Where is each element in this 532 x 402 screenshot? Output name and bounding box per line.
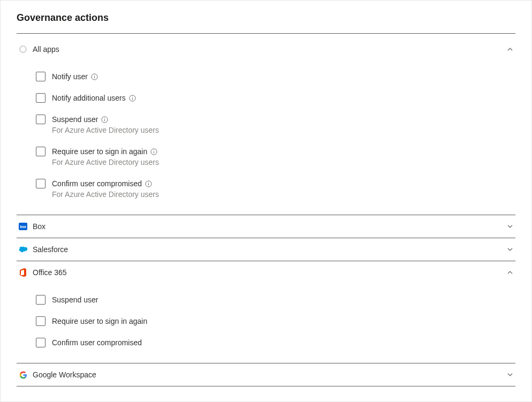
- action-item: Suspend user For Azure Active Directory …: [36, 114, 515, 135]
- section-header-office365[interactable]: Office 365: [17, 261, 515, 284]
- action-label: Suspend user: [52, 294, 98, 305]
- action-label: Require user to sign in again: [52, 146, 147, 157]
- action-label: Confirm user compromised: [52, 178, 142, 189]
- action-label: Require user to sign in again: [52, 316, 147, 327]
- svg-point-9: [148, 182, 149, 183]
- office365-icon: [19, 268, 27, 277]
- governance-actions-panel: Governance actions All apps Notify user: [0, 0, 532, 402]
- chevron-down-icon: [507, 246, 513, 253]
- action-hint: For Azure Active Directory users: [52, 189, 159, 200]
- chevron-down-icon: [507, 223, 513, 230]
- checkbox-require-signin-again[interactable]: [36, 147, 45, 156]
- action-label: Confirm user compromised: [52, 337, 142, 348]
- info-icon[interactable]: [101, 116, 108, 123]
- chevron-up-icon: [507, 269, 513, 276]
- action-item: Require user to sign in again: [36, 316, 515, 327]
- box-icon: [19, 222, 27, 231]
- section-header-google[interactable]: Google Workspace: [17, 363, 515, 386]
- section-label: Google Workspace: [33, 370, 501, 379]
- checkbox-require-signin-again-o365[interactable]: [36, 316, 45, 326]
- action-item: Notify additional users: [36, 93, 515, 103]
- section-office365: Office 365 Suspend user Require user to …: [17, 261, 515, 363]
- svg-point-7: [154, 150, 154, 150]
- action-item: Suspend user: [36, 294, 515, 305]
- section-header-salesforce[interactable]: Salesforce: [17, 238, 515, 261]
- checkbox-confirm-compromised[interactable]: [36, 179, 45, 188]
- section-label: Office 365: [33, 268, 501, 277]
- action-item: Confirm user compromised For Azure Activ…: [36, 178, 515, 200]
- svg-point-3: [132, 96, 133, 97]
- checkbox-notify-additional-users[interactable]: [36, 93, 45, 103]
- action-item: Confirm user compromised: [36, 337, 515, 348]
- section-header-all-apps[interactable]: All apps: [17, 38, 515, 60]
- checkbox-confirm-compromised-o365[interactable]: [36, 338, 45, 347]
- action-item: Require user to sign in again For Azure …: [36, 146, 515, 168]
- chevron-up-icon: [507, 46, 513, 52]
- info-icon[interactable]: [145, 180, 152, 187]
- checkbox-suspend-user[interactable]: [36, 115, 45, 124]
- section-label: Salesforce: [33, 245, 501, 254]
- action-label: Notify additional users: [52, 93, 126, 103]
- divider: [17, 33, 515, 34]
- action-item: Notify user: [36, 71, 515, 82]
- action-label: Suspend user: [52, 114, 98, 125]
- google-workspace-icon: [19, 370, 27, 379]
- action-hint: For Azure Active Directory users: [52, 157, 159, 168]
- section-all-apps: All apps Notify user: [17, 38, 515, 215]
- section-body-office365: Suspend user Require user to sign in aga…: [17, 284, 515, 363]
- section-header-box[interactable]: Box: [17, 215, 515, 238]
- info-icon[interactable]: [129, 95, 136, 102]
- section-label: Box: [33, 222, 501, 231]
- section-salesforce: Salesforce: [17, 238, 515, 261]
- action-hint: For Azure Active Directory users: [52, 125, 159, 135]
- checkbox-suspend-user-o365[interactable]: [36, 295, 45, 305]
- info-icon[interactable]: [150, 148, 157, 155]
- checkbox-notify-user[interactable]: [36, 72, 45, 81]
- salesforce-icon: [19, 245, 27, 254]
- all-apps-icon: [19, 45, 27, 54]
- info-icon[interactable]: [91, 73, 98, 80]
- section-body-all-apps: Notify user Notify additional users: [17, 60, 515, 215]
- section-box: Box: [17, 215, 515, 238]
- panel-title: Governance actions: [17, 12, 515, 24]
- section-label: All apps: [33, 45, 501, 54]
- chevron-down-icon: [507, 371, 513, 378]
- svg-point-5: [104, 118, 105, 118]
- action-label: Notify user: [52, 71, 88, 82]
- svg-point-1: [94, 75, 95, 75]
- section-google: Google Workspace: [17, 363, 515, 386]
